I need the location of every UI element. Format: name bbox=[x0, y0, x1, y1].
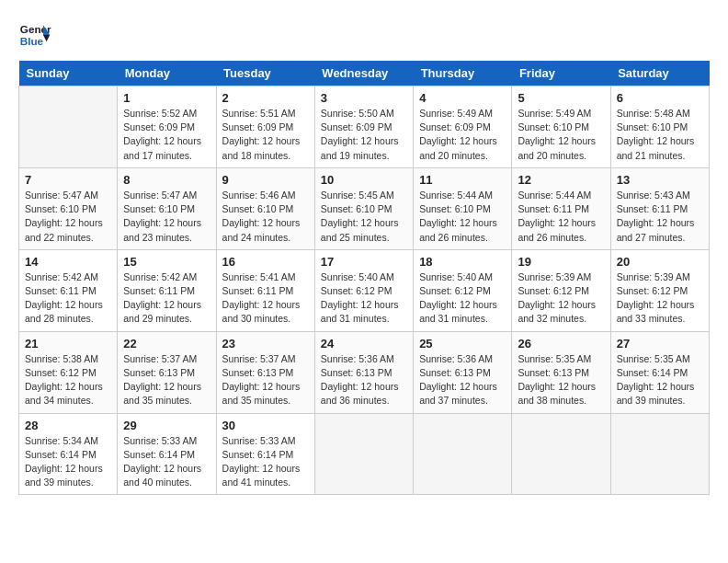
day-info: Sunrise: 5:49 AMSunset: 6:10 PMDaylight:… bbox=[518, 107, 604, 163]
calendar-cell: 30 Sunrise: 5:33 AMSunset: 6:14 PMDaylig… bbox=[216, 413, 314, 495]
calendar-week-row: 28 Sunrise: 5:34 AMSunset: 6:14 PMDaylig… bbox=[19, 413, 710, 495]
calendar-cell bbox=[314, 413, 413, 495]
day-info: Sunrise: 5:44 AMSunset: 6:11 PMDaylight:… bbox=[518, 189, 604, 245]
day-info: Sunrise: 5:37 AMSunset: 6:13 PMDaylight:… bbox=[123, 352, 210, 408]
day-info: Sunrise: 5:40 AMSunset: 6:12 PMDaylight:… bbox=[321, 270, 407, 327]
day-info: Sunrise: 5:43 AMSunset: 6:11 PMDaylight:… bbox=[617, 189, 703, 245]
day-number: 1 bbox=[123, 91, 210, 105]
calendar-cell: 24 Sunrise: 5:36 AMSunset: 6:13 PMDaylig… bbox=[314, 331, 413, 413]
calendar-cell: 3 Sunrise: 5:50 AMSunset: 6:09 PMDayligh… bbox=[314, 86, 413, 168]
day-info: Sunrise: 5:41 AMSunset: 6:11 PMDaylight:… bbox=[222, 270, 309, 327]
day-info: Sunrise: 5:51 AMSunset: 6:09 PMDaylight:… bbox=[222, 107, 309, 163]
day-number: 27 bbox=[617, 337, 703, 350]
day-info: Sunrise: 5:42 AMSunset: 6:11 PMDaylight:… bbox=[25, 270, 111, 327]
calendar-cell: 10 Sunrise: 5:45 AMSunset: 6:10 PMDaylig… bbox=[314, 167, 413, 249]
day-info: Sunrise: 5:35 AMSunset: 6:14 PMDaylight:… bbox=[617, 352, 703, 408]
calendar-week-row: 21 Sunrise: 5:38 AMSunset: 6:12 PMDaylig… bbox=[19, 331, 710, 413]
calendar-week-row: 7 Sunrise: 5:47 AMSunset: 6:10 PMDayligh… bbox=[19, 167, 710, 249]
calendar-cell bbox=[512, 413, 610, 495]
day-number: 11 bbox=[419, 173, 506, 187]
col-header-friday: Friday bbox=[512, 61, 610, 86]
calendar-cell bbox=[19, 86, 118, 168]
day-info: Sunrise: 5:42 AMSunset: 6:11 PMDaylight:… bbox=[123, 270, 210, 327]
day-info: Sunrise: 5:50 AMSunset: 6:09 PMDaylight:… bbox=[321, 107, 407, 163]
col-header-thursday: Thursday bbox=[414, 61, 512, 86]
svg-marker-3 bbox=[43, 35, 50, 41]
day-number: 24 bbox=[321, 337, 407, 350]
day-info: Sunrise: 5:45 AMSunset: 6:10 PMDaylight:… bbox=[321, 189, 407, 245]
day-number: 3 bbox=[321, 91, 407, 105]
day-number: 9 bbox=[222, 173, 309, 187]
calendar-cell: 17 Sunrise: 5:40 AMSunset: 6:12 PMDaylig… bbox=[314, 249, 413, 331]
calendar-cell: 7 Sunrise: 5:47 AMSunset: 6:10 PMDayligh… bbox=[19, 167, 118, 249]
day-info: Sunrise: 5:39 AMSunset: 6:12 PMDaylight:… bbox=[617, 270, 703, 327]
day-number: 30 bbox=[222, 419, 309, 432]
day-number: 6 bbox=[617, 91, 703, 105]
calendar-cell bbox=[610, 413, 709, 495]
calendar-cell: 5 Sunrise: 5:49 AMSunset: 6:10 PMDayligh… bbox=[512, 86, 610, 168]
logo-icon: General Blue bbox=[18, 18, 51, 52]
day-number: 19 bbox=[518, 255, 604, 269]
day-number: 23 bbox=[222, 337, 309, 350]
calendar-cell: 18 Sunrise: 5:40 AMSunset: 6:12 PMDaylig… bbox=[414, 249, 512, 331]
day-info: Sunrise: 5:35 AMSunset: 6:13 PMDaylight:… bbox=[518, 352, 604, 408]
col-header-sunday: Sunday bbox=[19, 61, 118, 86]
calendar-table: SundayMondayTuesdayWednesdayThursdayFrid… bbox=[18, 61, 710, 495]
calendar-cell: 2 Sunrise: 5:51 AMSunset: 6:09 PMDayligh… bbox=[216, 86, 314, 168]
day-info: Sunrise: 5:38 AMSunset: 6:12 PMDaylight:… bbox=[25, 352, 111, 408]
calendar-cell bbox=[414, 413, 512, 495]
col-header-wednesday: Wednesday bbox=[314, 61, 413, 86]
calendar-week-row: 14 Sunrise: 5:42 AMSunset: 6:11 PMDaylig… bbox=[19, 249, 710, 331]
day-info: Sunrise: 5:49 AMSunset: 6:09 PMDaylight:… bbox=[419, 107, 506, 163]
day-info: Sunrise: 5:44 AMSunset: 6:10 PMDaylight:… bbox=[419, 189, 506, 245]
calendar-cell: 26 Sunrise: 5:35 AMSunset: 6:13 PMDaylig… bbox=[512, 331, 610, 413]
calendar-cell: 15 Sunrise: 5:42 AMSunset: 6:11 PMDaylig… bbox=[118, 249, 216, 331]
day-info: Sunrise: 5:39 AMSunset: 6:12 PMDaylight:… bbox=[518, 270, 604, 327]
day-number: 8 bbox=[123, 173, 210, 187]
day-number: 5 bbox=[518, 91, 604, 105]
calendar-cell: 14 Sunrise: 5:42 AMSunset: 6:11 PMDaylig… bbox=[19, 249, 118, 331]
day-number: 22 bbox=[123, 337, 210, 350]
calendar-cell: 23 Sunrise: 5:37 AMSunset: 6:13 PMDaylig… bbox=[216, 331, 314, 413]
logo: General Blue bbox=[18, 18, 51, 52]
calendar-cell: 13 Sunrise: 5:43 AMSunset: 6:11 PMDaylig… bbox=[610, 167, 709, 249]
calendar-cell: 12 Sunrise: 5:44 AMSunset: 6:11 PMDaylig… bbox=[512, 167, 610, 249]
day-info: Sunrise: 5:34 AMSunset: 6:14 PMDaylight:… bbox=[25, 434, 111, 490]
day-number: 29 bbox=[123, 419, 210, 432]
calendar-cell: 28 Sunrise: 5:34 AMSunset: 6:14 PMDaylig… bbox=[19, 413, 118, 495]
day-number: 20 bbox=[617, 255, 703, 269]
calendar-cell: 1 Sunrise: 5:52 AMSunset: 6:09 PMDayligh… bbox=[118, 86, 216, 168]
day-info: Sunrise: 5:36 AMSunset: 6:13 PMDaylight:… bbox=[321, 352, 407, 408]
day-info: Sunrise: 5:33 AMSunset: 6:14 PMDaylight:… bbox=[222, 434, 309, 490]
day-info: Sunrise: 5:36 AMSunset: 6:13 PMDaylight:… bbox=[419, 352, 506, 408]
day-number: 28 bbox=[25, 419, 111, 432]
calendar-cell: 4 Sunrise: 5:49 AMSunset: 6:09 PMDayligh… bbox=[414, 86, 512, 168]
calendar-header-row: SundayMondayTuesdayWednesdayThursdayFrid… bbox=[19, 61, 710, 86]
col-header-monday: Monday bbox=[118, 61, 216, 86]
day-info: Sunrise: 5:33 AMSunset: 6:14 PMDaylight:… bbox=[123, 434, 210, 490]
calendar-cell: 29 Sunrise: 5:33 AMSunset: 6:14 PMDaylig… bbox=[118, 413, 216, 495]
col-header-tuesday: Tuesday bbox=[216, 61, 314, 86]
calendar-week-row: 1 Sunrise: 5:52 AMSunset: 6:09 PMDayligh… bbox=[19, 86, 710, 168]
day-info: Sunrise: 5:48 AMSunset: 6:10 PMDaylight:… bbox=[617, 107, 703, 163]
calendar-cell: 19 Sunrise: 5:39 AMSunset: 6:12 PMDaylig… bbox=[512, 249, 610, 331]
calendar-cell: 27 Sunrise: 5:35 AMSunset: 6:14 PMDaylig… bbox=[610, 331, 709, 413]
calendar-cell: 21 Sunrise: 5:38 AMSunset: 6:12 PMDaylig… bbox=[19, 331, 118, 413]
day-info: Sunrise: 5:37 AMSunset: 6:13 PMDaylight:… bbox=[222, 352, 309, 408]
day-number: 25 bbox=[419, 337, 506, 350]
calendar-cell: 6 Sunrise: 5:48 AMSunset: 6:10 PMDayligh… bbox=[610, 86, 709, 168]
day-number: 15 bbox=[123, 255, 210, 269]
day-number: 21 bbox=[25, 337, 111, 350]
day-info: Sunrise: 5:46 AMSunset: 6:10 PMDaylight:… bbox=[222, 189, 309, 245]
calendar-cell: 25 Sunrise: 5:36 AMSunset: 6:13 PMDaylig… bbox=[414, 331, 512, 413]
calendar-cell: 11 Sunrise: 5:44 AMSunset: 6:10 PMDaylig… bbox=[414, 167, 512, 249]
calendar-cell: 22 Sunrise: 5:37 AMSunset: 6:13 PMDaylig… bbox=[118, 331, 216, 413]
day-number: 10 bbox=[321, 173, 407, 187]
col-header-saturday: Saturday bbox=[610, 61, 709, 86]
day-number: 14 bbox=[25, 255, 111, 269]
day-info: Sunrise: 5:52 AMSunset: 6:09 PMDaylight:… bbox=[123, 107, 210, 163]
calendar-cell: 16 Sunrise: 5:41 AMSunset: 6:11 PMDaylig… bbox=[216, 249, 314, 331]
day-number: 26 bbox=[518, 337, 604, 350]
day-number: 17 bbox=[321, 255, 407, 269]
calendar-cell: 8 Sunrise: 5:47 AMSunset: 6:10 PMDayligh… bbox=[118, 167, 216, 249]
